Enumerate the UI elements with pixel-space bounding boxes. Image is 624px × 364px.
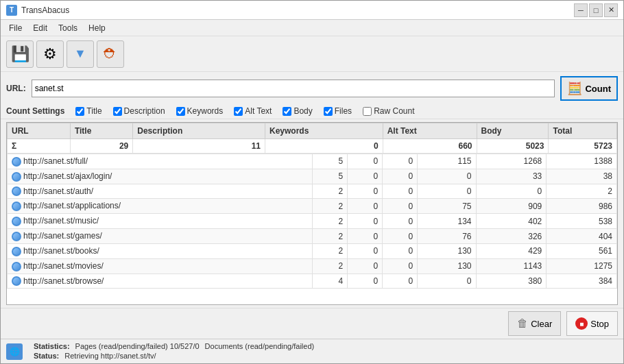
- sigma-total: 5723: [549, 139, 617, 154]
- checkbox-body[interactable]: Body: [283, 106, 312, 116]
- checkbox-title[interactable]: Title: [75, 106, 101, 116]
- cell-keywords: 0: [383, 184, 418, 199]
- cell-keywords: 0: [383, 274, 418, 289]
- minimize-button[interactable]: ─: [574, 3, 588, 17]
- cell-body: 1143: [476, 258, 547, 274]
- checkbox-description[interactable]: Description: [113, 106, 165, 116]
- checkbox-description-input[interactable]: [113, 107, 122, 116]
- col-description: Description: [133, 123, 265, 139]
- close-button[interactable]: ✕: [604, 3, 618, 17]
- stop-button-label: Stop: [590, 319, 609, 329]
- cell-title: 2: [313, 243, 348, 258]
- settings-button[interactable]: ⚙: [36, 40, 64, 68]
- col-alt-text: Alt Text: [383, 123, 477, 139]
- cell-total: 986: [547, 199, 617, 214]
- col-total: Total: [549, 123, 617, 139]
- status-label: Status:: [34, 352, 59, 360]
- cell-total: 1275: [547, 258, 617, 274]
- url-input[interactable]: [32, 80, 555, 97]
- table-row: http://sanet.st/auth/200002: [8, 184, 617, 199]
- cell-body: 326: [476, 229, 547, 244]
- checkbox-alt-text-label: Alt Text: [245, 106, 272, 116]
- filter-button[interactable]: ▼: [67, 40, 94, 68]
- cell-keywords: 0: [383, 199, 418, 214]
- table-row: http://sanet.st/applications/20075909986: [8, 199, 617, 214]
- checkbox-body-input[interactable]: [283, 107, 291, 116]
- web-icon: [12, 276, 21, 286]
- settings-bar: Count Settings Title Description Keyword…: [1, 105, 623, 119]
- cell-total: 1388: [547, 154, 617, 169]
- checkbox-files[interactable]: Files: [324, 106, 352, 116]
- menu-file[interactable]: File: [3, 22, 27, 34]
- cell-keywords: 0: [383, 243, 418, 258]
- maximize-button[interactable]: □: [589, 3, 603, 17]
- stop-icon: ■: [575, 317, 588, 330]
- cell-url: http://sanet.st/games/: [8, 229, 313, 244]
- help-icon: ⛑: [104, 46, 117, 62]
- cell-url: http://sanet.st/applications/: [8, 199, 313, 214]
- cell-body: 0: [476, 184, 547, 199]
- cell-total: 2: [547, 184, 617, 199]
- checkbox-alt-text[interactable]: Alt Text: [234, 106, 272, 116]
- cell-body: 429: [476, 243, 547, 258]
- cell-alt_text: 134: [418, 214, 476, 229]
- cell-title: 2: [313, 199, 348, 214]
- web-icon: [12, 232, 21, 241]
- sigma-alt-text: 660: [383, 139, 477, 154]
- help-button[interactable]: ⛑: [97, 40, 124, 68]
- cell-description: 0: [348, 229, 383, 244]
- web-icon: [12, 172, 21, 182]
- table-wrapper: URL Title Description Keywords Alt Text …: [7, 123, 617, 304]
- checkbox-keywords-input[interactable]: [176, 107, 185, 116]
- save-button[interactable]: 💾: [6, 40, 34, 68]
- menu-edit[interactable]: Edit: [27, 22, 53, 34]
- cell-title: 2: [313, 214, 348, 229]
- cell-url: http://sanet.st/full/: [8, 154, 313, 169]
- documents-label: Documents (read/pending/failed): [205, 342, 315, 350]
- app-icon: T: [6, 5, 17, 16]
- checkbox-title-input[interactable]: [75, 107, 84, 116]
- web-icon: [12, 202, 21, 211]
- cell-keywords: 0: [383, 154, 418, 169]
- cell-keywords: 0: [383, 258, 418, 274]
- cell-body: 33: [476, 169, 547, 184]
- count-button-label: Count: [585, 84, 611, 94]
- cell-keywords: 0: [383, 214, 418, 229]
- title-bar-left: T TransAbacus: [6, 5, 69, 16]
- statistics-label: Statistics:: [34, 342, 70, 350]
- cell-alt_text: 130: [418, 258, 476, 274]
- menu-help[interactable]: Help: [83, 22, 111, 34]
- cell-body: 909: [476, 199, 547, 214]
- cell-total: 404: [547, 229, 617, 244]
- checkbox-description-label: Description: [124, 106, 165, 116]
- cell-body: 402: [476, 214, 547, 229]
- table-scroll-area[interactable]: URL Title Description Keywords Alt Text …: [7, 123, 617, 304]
- status-value: Retrieving http://sanet.st/tv/: [64, 352, 156, 360]
- cell-alt_text: 0: [418, 274, 476, 289]
- cell-title: 2: [313, 229, 348, 244]
- table-row: http://sanet.st/books/200130429561: [8, 243, 617, 258]
- menu-tools[interactable]: Tools: [53, 22, 83, 34]
- checkbox-body-label: Body: [293, 106, 312, 116]
- sigma-description: 11: [133, 139, 265, 154]
- checkbox-files-input[interactable]: [324, 107, 333, 116]
- action-bar: 🗑 Clear ■ Stop: [1, 308, 623, 339]
- cell-title: 5: [313, 154, 348, 169]
- checkbox-raw-count-input[interactable]: [363, 107, 372, 116]
- cell-title: 5: [313, 169, 348, 184]
- checkbox-keywords[interactable]: Keywords: [176, 106, 224, 116]
- cell-description: 0: [348, 274, 383, 289]
- statistics-value: Pages (read/pending/failed) 10/527/0: [75, 342, 200, 350]
- count-button[interactable]: 🧮 Count: [560, 76, 618, 101]
- cell-url: http://sanet.st/movies/: [8, 258, 313, 274]
- checkbox-raw-count[interactable]: Raw Count: [363, 106, 414, 116]
- stop-button[interactable]: ■ Stop: [566, 311, 618, 336]
- checkbox-alt-text-input[interactable]: [234, 107, 243, 116]
- sigma-body: 5023: [477, 139, 549, 154]
- cell-alt_text: 115: [418, 154, 476, 169]
- status-line: Status: Retrieving http://sanet.st/tv/: [34, 352, 314, 360]
- clear-button[interactable]: 🗑 Clear: [508, 311, 561, 336]
- col-body: Body: [477, 123, 549, 139]
- cell-description: 0: [348, 243, 383, 258]
- web-icon: [12, 186, 21, 196]
